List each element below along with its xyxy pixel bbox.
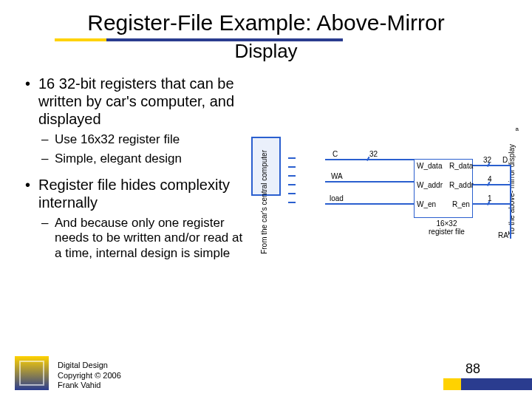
title-tail: Above-Mirror <box>312 10 445 35</box>
page-number: 88 <box>466 361 480 377</box>
label-c: C <box>332 150 338 158</box>
label-32b: 32 <box>483 156 491 164</box>
wire-raddr <box>473 184 510 185</box>
credit-block: Digital Design Copyright © 2006 Frank Va… <box>58 361 121 390</box>
subbullet-1a: Use 16x32 register file <box>22 132 251 147</box>
dest-label: To the above- mirror display <box>508 144 516 235</box>
label-1: 1 <box>488 194 492 202</box>
diagram-column: From the car's central computer To the a… <box>251 70 519 270</box>
credit-line-2: Copyright © 2006 <box>58 371 121 381</box>
subbullet-2a: And because only one register needs to b… <box>22 216 251 261</box>
chip-pin <box>288 157 296 159</box>
label-ra: RA <box>498 231 508 239</box>
wire-load <box>325 203 414 205</box>
content-row: 16 32-bit registers that can be written … <box>0 63 532 270</box>
chip-pin <box>288 202 296 203</box>
label-raddr: R_addr <box>449 181 474 189</box>
title-area: Register-File Example: Above-Mirror <box>0 0 532 35</box>
logo-icon <box>15 356 49 390</box>
chip-pin <box>288 175 296 177</box>
wire-ren <box>473 203 510 205</box>
wire-wa <box>325 181 414 183</box>
chip-pin <box>288 166 296 168</box>
label-rdata: R_data <box>449 162 473 170</box>
source-label: From the car's central computer <box>260 150 268 254</box>
slide-subtitle: Display <box>0 40 532 63</box>
register-file-diagram: From the car's central computer To the a… <box>251 137 519 270</box>
rf-caption: 16×32 register file <box>429 219 465 236</box>
label-wdata: W_data <box>417 162 442 170</box>
label-wa: WA <box>331 172 343 180</box>
subbullet-1b: Simple, elegant design <box>22 151 251 166</box>
wire-vert-right <box>510 165 511 239</box>
label-32a: 32 <box>369 150 378 158</box>
chip-pin <box>288 184 296 185</box>
bullet-1: 16 32-bit registers that can be written … <box>22 75 251 128</box>
credit-line-3: Frank Vahid <box>58 381 121 390</box>
label-load: load <box>330 194 344 202</box>
wire-c <box>325 159 414 160</box>
chip-pin <box>288 193 296 194</box>
label-waddr: W_addr <box>417 181 443 189</box>
bullet-column: 16 32-bit registers that can be written … <box>22 70 251 270</box>
bullet-2: Register file hides complexity internall… <box>22 176 251 211</box>
label-wen: W_en <box>417 200 436 208</box>
slide-title: Register-File Example: Above-Mirror <box>87 10 444 35</box>
wire-d <box>473 165 510 166</box>
credit-line-1: Digital Design <box>58 361 121 370</box>
corner-accent <box>443 378 532 390</box>
title-main: Register-File Example: <box>87 10 311 35</box>
label-ren: R_en <box>452 200 470 208</box>
label-4: 4 <box>488 175 492 183</box>
label-d: D <box>502 156 508 164</box>
title-underline <box>55 38 343 41</box>
